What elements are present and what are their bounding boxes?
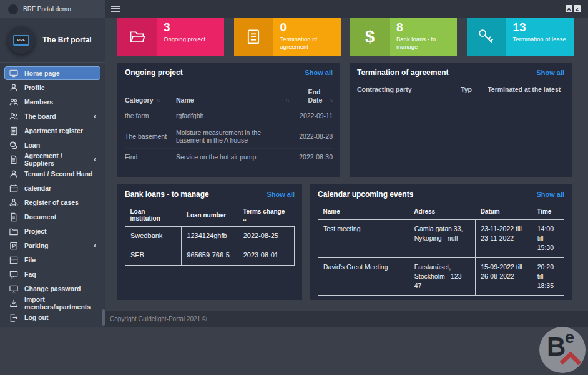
column-header-loan-number[interactable]: Loan number (182, 204, 238, 227)
agreement-icon (9, 155, 19, 164)
column-header-contracting-party[interactable]: Contracting party (357, 82, 461, 97)
column-header-adress[interactable]: Adress (409, 204, 475, 220)
table-row[interactable]: SEB 965659-766-5 2023-08-01 (125, 246, 295, 265)
change-password-icon (9, 284, 19, 294)
sidebar-item-apartment-register[interactable]: Apartment register (4, 124, 100, 138)
portal-name: The Brf portal (42, 36, 92, 44)
card-termination-agreement[interactable]: 0 Termination of agreement (234, 18, 341, 56)
sidebar-item-faq[interactable]: Faq (4, 268, 100, 281)
panel-termination-of-agreement: Termination of agreement Show all Contra… (350, 62, 572, 177)
dollar-icon: $ (365, 28, 375, 47)
column-header-terminated[interactable]: Terminated at the latest (488, 82, 564, 97)
column-header-end-date[interactable]: End Date (289, 84, 333, 108)
table-row[interactable]: the farm rgfadfgbh 2022-09-11 (125, 108, 333, 124)
panel-title: Termination of agreement (357, 68, 448, 77)
table-row[interactable]: David's Great Meeting Farstanäset, Stock… (318, 258, 564, 296)
sidebar-item-project[interactable]: Project (4, 224, 100, 238)
column-header-loan-institution[interactable]: Loan institution (125, 204, 182, 227)
hamburger-menu-icon[interactable] (111, 6, 120, 13)
calendar-events-table: Name Adress Datum Time Test meeting Gaml… (318, 204, 564, 296)
show-all-link[interactable]: Show all (305, 69, 333, 76)
copyright-text: Copyright Guidelight-Portal 2021 © (110, 316, 207, 322)
card-bank-loans[interactable]: $ 8 Bank loans - to manage (350, 18, 457, 56)
sidebar-item-agreement-suppliers[interactable]: Agreement / Suppliers (4, 152, 100, 166)
sidebar: BRF The Brf portal Home page Profile Mem… (0, 18, 105, 327)
sidebar-item-import-members-apartments[interactable]: Import members/apartments (4, 296, 100, 310)
card-label: Ongoing project (164, 36, 218, 43)
parking-icon (9, 241, 19, 251)
sort-icon (157, 97, 161, 104)
footer: Copyright Guidelight-Portal 2021 © (105, 311, 588, 327)
brf-logo-icon: BRF (7, 26, 35, 54)
faq-icon (9, 270, 19, 279)
sidebar-item-profile[interactable]: Profile (4, 81, 100, 94)
logout-icon (9, 313, 19, 322)
sort-icon (285, 97, 290, 104)
sidebar-item-calendar[interactable]: calendar (4, 181, 100, 195)
topbar-brand[interactable]: BRF Portal demo (0, 0, 105, 18)
sidebar-item-the-board[interactable]: The board (4, 109, 100, 123)
watermark-e-letter: e (565, 329, 574, 346)
show-all-link[interactable]: Show all (536, 69, 564, 76)
column-header-datum[interactable]: Datum (476, 204, 532, 220)
column-header-name[interactable]: Name (318, 204, 409, 220)
sidebar-scrollbar[interactable] (102, 309, 105, 326)
sidebar-item-change-password[interactable]: Change password (4, 282, 100, 296)
table-row[interactable]: Find Service on the hot air pump 2022-08… (125, 149, 333, 166)
sidebar-item-members[interactable]: Members (4, 95, 100, 109)
table-row[interactable]: Swedbank 1234124ghfb 2022-08-25 (125, 227, 295, 246)
behance-watermark: B e (539, 327, 586, 373)
members-icon (9, 98, 19, 107)
language-az-toggle[interactable]: A Z (566, 5, 581, 12)
bank-loans-table: Loan institution Loan number Terms chang… (125, 204, 295, 266)
sidebar-menu: Home page Profile Members The board Apar… (0, 62, 105, 329)
show-all-link[interactable]: Show all (267, 191, 295, 198)
sidebar-item-register-of-cases[interactable]: Register of cases (4, 196, 100, 209)
panel-title: Ongoing project (125, 68, 183, 77)
sidebar-item-parking[interactable]: Parking (4, 239, 100, 252)
top-bar: BRF Portal demo A Z (0, 0, 588, 18)
sort-icon (329, 97, 333, 104)
column-header-terms-change[interactable]: Terms change .. (238, 204, 294, 227)
project-icon (9, 227, 19, 236)
card-value: 0 (280, 21, 335, 34)
apartment-register-icon (9, 126, 19, 136)
card-termination-lease[interactable]: 13 Termination of lease (467, 18, 574, 56)
sidebar-item-log-out[interactable]: Log out (4, 311, 100, 324)
column-header-name[interactable]: Name (176, 84, 289, 108)
lang-a-icon: A (566, 5, 572, 12)
card-ongoing-project[interactable]: 3 Ongoing project (117, 18, 224, 56)
sidebar-item-loan[interactable]: Loan (4, 138, 100, 152)
panel-calendar-upcoming-events: Calendar upcoming events Show all Name A… (310, 184, 572, 300)
show-all-link[interactable]: Show all (536, 191, 564, 198)
sidebar-item-file[interactable]: File (4, 253, 100, 267)
submenu-chevron-icon (94, 242, 96, 249)
table-row[interactable]: Test meeting Gamla gatan 33, Nyköping - … (318, 220, 564, 258)
column-header-typ[interactable]: Typ (461, 82, 488, 97)
sidebar-item-document[interactable]: Document (4, 210, 100, 224)
register-of-cases-icon (9, 198, 19, 208)
document-icon (243, 28, 263, 46)
home-icon (9, 69, 19, 78)
calendar-icon (9, 184, 19, 193)
stat-cards: 3 Ongoing project 0 Termination of agree… (117, 18, 574, 56)
folder-open-icon (127, 28, 147, 46)
sidebar-item-home-page[interactable]: Home page (4, 66, 100, 80)
card-label: Termination of lease (513, 36, 567, 43)
card-value: 3 (164, 21, 218, 34)
topbar-brand-title: BRF Portal demo (23, 6, 71, 12)
card-label: Termination of agreement (280, 36, 335, 51)
column-header-category[interactable]: Category (125, 84, 176, 108)
import-icon (9, 299, 19, 308)
panel-title: Bank loans - to manage (125, 190, 209, 199)
sidebar-item-tenant-second-hand[interactable]: Tenant / Second Hand (4, 167, 100, 181)
document-icon (9, 212, 19, 222)
ongoing-project-table: Category Name End Date the farm rgfadfgb… (125, 84, 333, 165)
brf-portal-app: BRF Portal demo A Z BRF The Brf portal H… (0, 0, 588, 375)
column-header-time[interactable]: Time (532, 204, 564, 220)
red-chevron-icon (559, 351, 582, 366)
panel-bank-loans: Bank loans - to manage Show all Loan ins… (117, 184, 302, 300)
file-icon (9, 256, 19, 265)
table-row[interactable]: The basement Moisture measurement in the… (125, 124, 333, 149)
tenant-icon (9, 169, 19, 179)
